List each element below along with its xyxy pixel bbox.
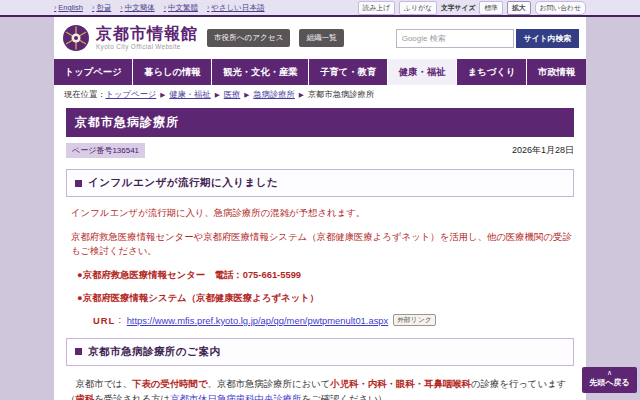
- guide-text: 京都市では、: [66, 378, 132, 389]
- nav-tab-childcare-education[interactable]: 子育て・教育: [308, 59, 387, 85]
- site-container: 京都市情報館 Kyoto City Official Website 市役所への…: [54, 17, 586, 400]
- breadcrumb-arrow-icon: ▶: [299, 91, 304, 99]
- nav-tab-tourism-culture-industry[interactable]: 観光・文化・産業: [211, 59, 308, 85]
- lang-link-english[interactable]: ›English: [54, 3, 83, 13]
- breadcrumb: 現在位置： トップページ ▶ 健康・福祉 ▶ 医療 ▶ 急病診療所 ▶ 京都市急…: [54, 85, 586, 104]
- back-to-top-button[interactable]: ∧ 先頭へ戻る: [582, 367, 637, 393]
- lang-link-chinese-traditional[interactable]: ›中文繁體: [164, 3, 198, 13]
- lang-link-korean[interactable]: ›한글: [92, 3, 111, 13]
- nav-tab-top[interactable]: トップページ: [54, 59, 132, 85]
- font-size-standard-button[interactable]: 標準: [479, 1, 503, 15]
- contact-button[interactable]: お問い合わせ: [535, 1, 586, 15]
- breadcrumb-prefix: 現在位置：: [64, 89, 105, 100]
- url-label: URL: [93, 315, 115, 326]
- yorozu-net-link[interactable]: https://www.mfis.pref.kyoto.lg.jp/ap/qq/…: [127, 315, 389, 326]
- square-bullet-icon: [75, 348, 82, 355]
- guide-text: 、京都市急病診療所において: [208, 378, 331, 389]
- read-aloud-button[interactable]: 読み上げ: [358, 1, 396, 15]
- nav-tab-city-government[interactable]: 市政情報: [526, 59, 586, 85]
- font-size-label: 文字サイズ: [441, 3, 475, 13]
- lang-link-easy-japanese[interactable]: ›やさしい日本語: [207, 3, 265, 13]
- dental-clinic-link[interactable]: 京都市休日急病歯科中央診療所: [170, 393, 301, 400]
- external-link-badge: 外部リンク: [393, 314, 435, 326]
- breadcrumb-link-medical[interactable]: 医療: [224, 89, 241, 100]
- breadcrumb-arrow-icon: ▶: [215, 91, 220, 99]
- global-nav: トップページ 暮らしの情報 観光・文化・産業 子育て・教育 健康・福祉 まちづく…: [54, 59, 586, 85]
- guide-paragraph: 京都市では、下表の受付時間で、京都市急病診療所において小児科・内科・眼科・耳鼻咽…: [66, 376, 574, 400]
- language-links: ›English ›한글 ›中文簡体 ›中文繁體 ›やさしい日本語: [54, 3, 265, 13]
- furigana-button[interactable]: ふりがな: [399, 1, 437, 15]
- medical-info-system: ●京都府医療情報システム（京都健康医療よろずネット）: [77, 292, 574, 305]
- accessibility-tools: 読み上げ ふりがな 文字サイズ 標準 拡大 お問い合わせ: [358, 1, 586, 15]
- site-title: 京都市情報館: [96, 26, 198, 43]
- chevron-icon: ›: [164, 4, 166, 11]
- site-logo-link[interactable]: 京都市情報館 Kyoto City Official Website: [61, 23, 198, 53]
- kyoto-city-emblem-icon: [61, 23, 91, 53]
- chevron-icon: ›: [207, 4, 209, 11]
- square-bullet-icon: [75, 180, 82, 187]
- section-heading-influenza: インフルエンザが流行期に入りました: [66, 169, 574, 197]
- breadcrumb-current: 京都市急病診療所: [308, 89, 374, 100]
- url-line: URL ： https://www.mfis.pref.kyoto.lg.jp/…: [93, 314, 574, 327]
- breadcrumb-link-health-welfare[interactable]: 健康・福祉: [169, 89, 210, 100]
- chevron-up-icon: ∧: [582, 369, 637, 377]
- breadcrumb-link-emergency-clinic[interactable]: 急病診療所: [253, 89, 294, 100]
- guide-highlight-hours: 下表の受付時間で: [132, 378, 207, 389]
- nav-tab-city-planning[interactable]: まちづくり: [456, 59, 526, 85]
- lang-link-chinese-simplified[interactable]: ›中文簡体: [120, 3, 154, 13]
- organization-list-button[interactable]: 組織一覧: [299, 29, 343, 47]
- emergency-info-center-phone: ●京都府救急医療情報センター 電話：075-661-5599: [77, 269, 574, 282]
- breadcrumb-arrow-icon: ▶: [160, 91, 165, 99]
- breadcrumb-link-top[interactable]: トップページ: [105, 89, 156, 100]
- chevron-icon: ›: [92, 4, 94, 11]
- guide-highlight-dental: 歯科: [75, 393, 94, 400]
- url-colon: ：: [115, 314, 124, 327]
- section-heading-guide: 京都市急病診療所のご案内: [66, 338, 574, 366]
- guide-text: をご確認ください）。: [301, 393, 396, 400]
- utility-bar: ›English ›한글 ›中文簡体 ›中文繁體 ›やさしい日本語 読み上げ ふ…: [0, 0, 640, 15]
- flu-notice-line2: 京都府救急医療情報センターや京都府医療情報システム（京都健康医療よろずネット）を…: [71, 230, 574, 259]
- main-content: 京都市急病診療所 ページ番号136541 2026年1月28日 インフルエンザが…: [54, 108, 586, 400]
- search-input[interactable]: [396, 29, 514, 48]
- page-canvas: ›English ›한글 ›中文簡体 ›中文繁體 ›やさしい日本語 読み上げ ふ…: [0, 0, 640, 400]
- page-title: 京都市急病診療所: [66, 108, 574, 137]
- nav-tab-living-info[interactable]: 暮らしの情報: [132, 59, 211, 85]
- guide-text: を受診される方は: [94, 393, 170, 400]
- update-date: 2026年1月28日: [512, 144, 574, 157]
- chevron-icon: ›: [120, 4, 122, 11]
- guide-highlight-departments: 小児科・内科・眼科・耳鼻咽喉科: [330, 378, 471, 389]
- flu-notice-line1: インフルエンザが流行期に入り、急病診療所の混雑が予想されます。: [71, 206, 574, 221]
- breadcrumb-arrow-icon: ▶: [244, 91, 249, 99]
- nav-tab-health-welfare[interactable]: 健康・福祉: [387, 59, 456, 85]
- page-number-badge: ページ番号136541: [66, 143, 145, 158]
- font-size-enlarge-button[interactable]: 拡大: [507, 1, 531, 15]
- site-subtitle: Kyoto City Official Website: [96, 43, 198, 50]
- site-header: 京都市情報館 Kyoto City Official Website 市役所への…: [54, 17, 586, 59]
- search-submit-button[interactable]: サイト内検索: [516, 29, 579, 48]
- page-meta-row: ページ番号136541 2026年1月28日: [66, 143, 574, 158]
- city-hall-access-button[interactable]: 市役所へのアクセス: [207, 29, 290, 47]
- site-search: サイト内検索: [396, 29, 579, 48]
- chevron-icon: ›: [54, 4, 56, 11]
